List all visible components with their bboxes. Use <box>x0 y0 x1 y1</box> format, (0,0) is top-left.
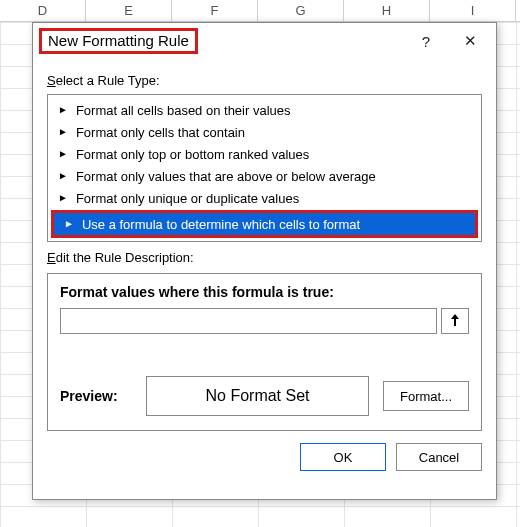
bullet-icon: ► <box>58 127 68 137</box>
col-header[interactable]: I <box>430 0 516 21</box>
ok-button[interactable]: OK <box>300 443 386 471</box>
rule-type-item[interactable]: ►Format only unique or duplicate values <box>48 187 481 209</box>
col-header[interactable]: H <box>344 0 430 21</box>
help-icon: ? <box>422 33 430 50</box>
bullet-icon: ► <box>58 149 68 159</box>
bullet-icon: ► <box>58 193 68 203</box>
bullet-icon: ► <box>58 105 68 115</box>
preview-box: No Format Set <box>146 376 369 416</box>
edit-rule-description-label: Edit the Rule Description: <box>47 250 482 265</box>
bullet-icon: ► <box>58 171 68 181</box>
select-rule-type-label: Select a Rule Type: <box>47 73 482 88</box>
range-selector-icon <box>449 313 461 330</box>
dialog-footer: OK Cancel <box>33 443 496 485</box>
rule-type-item[interactable]: ►Format all cells based on their values <box>48 99 481 121</box>
rule-type-list[interactable]: ►Format all cells based on their values … <box>47 94 482 242</box>
close-button[interactable]: ✕ <box>448 26 492 56</box>
rule-type-item[interactable]: ►Format only top or bottom ranked values <box>48 143 481 165</box>
new-formatting-rule-dialog: New Formatting Rule ? ✕ Select a Rule Ty… <box>32 22 497 500</box>
col-header[interactable]: E <box>86 0 172 21</box>
rule-description-group: Format values where this formula is true… <box>47 273 482 431</box>
col-header[interactable]: F <box>172 0 258 21</box>
dialog-title: New Formatting Rule <box>48 32 189 49</box>
col-header[interactable]: G <box>258 0 344 21</box>
collapse-dialog-button[interactable] <box>441 308 469 334</box>
rule-type-item-selected[interactable]: ►Use a formula to determine which cells … <box>54 213 475 235</box>
col-header[interactable]: D <box>0 0 86 21</box>
cancel-button[interactable]: Cancel <box>396 443 482 471</box>
column-headers: D E F G H I <box>0 0 520 22</box>
bullet-icon: ► <box>64 219 74 229</box>
title-highlight: New Formatting Rule <box>39 28 198 54</box>
help-button[interactable]: ? <box>404 26 448 56</box>
selection-highlight: ►Use a formula to determine which cells … <box>51 210 478 238</box>
rule-type-item[interactable]: ►Format only cells that contain <box>48 121 481 143</box>
rule-type-item[interactable]: ►Format only values that are above or be… <box>48 165 481 187</box>
formula-input[interactable] <box>60 308 437 334</box>
formula-header: Format values where this formula is true… <box>60 284 469 300</box>
close-icon: ✕ <box>464 32 477 50</box>
format-button[interactable]: Format... <box>383 381 469 411</box>
dialog-titlebar[interactable]: New Formatting Rule ? ✕ <box>33 23 496 59</box>
preview-label: Preview: <box>60 388 132 404</box>
